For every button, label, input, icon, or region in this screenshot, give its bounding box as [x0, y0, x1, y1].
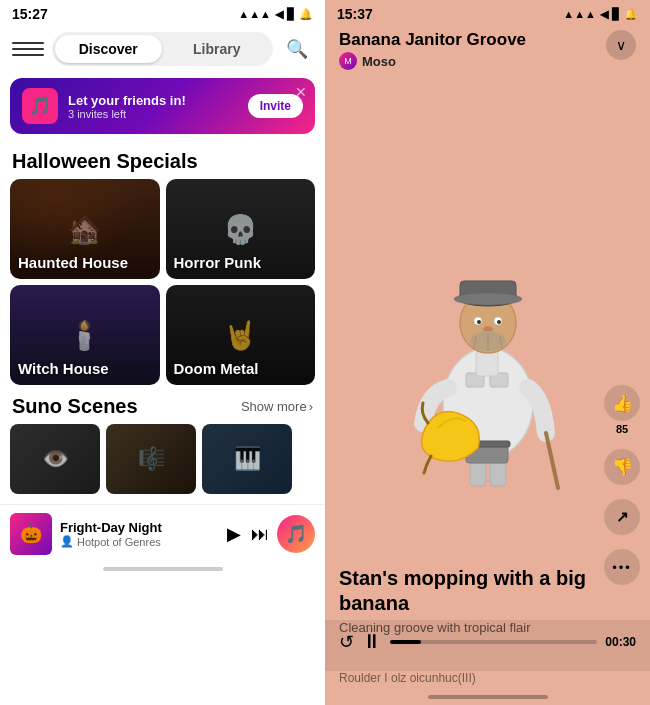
mini-player: 🎃 Fright-Day Night 👤 Hotpot of Genres ▶ … [0, 504, 325, 563]
scenes-title: Suno Scenes [12, 395, 138, 418]
genre-grid: 🏚️ Haunted House 💀 Horror Punk 🕯️ Witch … [0, 179, 325, 385]
svg-point-11 [497, 320, 501, 324]
invite-text: Let your friends in! 3 invites left [68, 93, 238, 120]
show-more-button[interactable]: Show more › [241, 399, 313, 414]
horror-label: Horror Punk [174, 254, 262, 271]
svg-point-10 [477, 320, 481, 324]
status-icons-left: ▲▲▲ ◀ ▊ 🔔 [238, 8, 313, 21]
invite-sub: 3 invites left [68, 108, 238, 120]
bell-icon: 🔔 [299, 8, 313, 21]
battery-icon-right: ▊ [612, 8, 620, 21]
wifi-icon-right: ◀ [600, 8, 608, 21]
scene-thumb-2[interactable]: 🎼 [106, 424, 196, 494]
doom-art: 🤘 [223, 319, 258, 352]
menu-button[interactable] [12, 33, 44, 65]
bottom-text: Roulder I olz oicunhuc(III) [325, 671, 650, 691]
action-buttons: 👍 85 👎 ↗ ••• [604, 385, 640, 585]
close-banner-button[interactable]: ✕ [295, 84, 307, 100]
status-bar-right: 15:37 ▲▲▲ ◀ ▊ 🔔 [325, 0, 650, 26]
witch-label: Witch House [18, 360, 109, 377]
signal-icon-right: ▲▲▲ [563, 8, 596, 20]
search-icon: 🔍 [286, 38, 308, 60]
more-icon: ••• [604, 549, 640, 585]
artist-row: M Moso [339, 52, 526, 70]
scene-art-3: 🎹 [234, 446, 261, 472]
mini-track-info: Fright-Day Night 👤 Hotpot of Genres [60, 520, 219, 548]
time-right: 15:37 [337, 6, 373, 22]
tab-library[interactable]: Library [164, 35, 271, 63]
genre-card-witch[interactable]: 🕯️ Witch House [10, 285, 160, 385]
person-icon: 👤 [60, 535, 74, 548]
share-icon: ↗ [604, 499, 640, 535]
svg-rect-3 [476, 351, 498, 376]
share-button[interactable]: ↗ [604, 499, 640, 535]
top-nav: Discover Library 🔍 [0, 26, 325, 72]
battery-icon: ▊ [287, 8, 295, 21]
scene-thumb-1[interactable]: 👁️ [10, 424, 100, 494]
scenes-header: Suno Scenes Show more › [0, 385, 325, 424]
music-fab-button[interactable]: 🎵 [277, 515, 315, 553]
home-indicator-right [428, 695, 548, 699]
collapse-button[interactable]: ∨ [606, 30, 636, 60]
genre-card-horror[interactable]: 💀 Horror Punk [166, 179, 316, 279]
scene-thumb-3[interactable]: 🎹 [202, 424, 292, 494]
lyrics-sub: Cleaning groove with tropical flair [339, 620, 600, 635]
halloween-title: Halloween Specials [0, 140, 325, 179]
tab-discover[interactable]: Discover [55, 35, 162, 63]
invite-icon: 🎵 [22, 88, 58, 124]
wifi-icon: ◀ [275, 8, 283, 21]
haunted-label: Haunted House [18, 254, 128, 271]
like-icon: 👍 [604, 385, 640, 421]
search-button[interactable]: 🔍 [281, 33, 313, 65]
home-indicator-left [103, 567, 223, 571]
witch-art: 🕯️ [67, 319, 102, 352]
horror-art: 💀 [223, 213, 258, 246]
status-bar-left: 15:27 ▲▲▲ ◀ ▊ 🔔 [0, 0, 325, 26]
skip-button[interactable]: ⏭ [251, 524, 269, 545]
scene-art-1: 👁️ [42, 446, 69, 472]
play-button[interactable]: ▶ [227, 523, 241, 545]
track-title: Banana Janitor Groove [339, 30, 526, 50]
genre-card-haunted[interactable]: 🏚️ Haunted House [10, 179, 160, 279]
dislike-button[interactable]: 👎 [604, 449, 640, 485]
svg-point-7 [454, 293, 522, 305]
like-button[interactable]: 👍 85 [604, 385, 640, 435]
bell-icon-right: 🔔 [624, 8, 638, 21]
invite-title: Let your friends in! [68, 93, 238, 108]
chevron-right-icon: › [309, 399, 313, 414]
track-info: Banana Janitor Groove M Moso [339, 30, 526, 70]
artist-avatar: M [339, 52, 357, 70]
now-playing-header: Banana Janitor Groove M Moso ∨ [325, 26, 650, 76]
genre-card-doom[interactable]: 🤘 Doom Metal [166, 285, 316, 385]
scene-art-2: 🎼 [138, 446, 165, 472]
lyrics-main: Stan's mopping with a big banana [339, 566, 600, 616]
chevron-down-icon: ∨ [616, 37, 626, 53]
right-panel: 15:37 ▲▲▲ ◀ ▊ 🔔 Banana Janitor Groove M … [325, 0, 650, 705]
like-count: 85 [616, 423, 628, 435]
tab-group: Discover Library [52, 32, 273, 66]
time-elapsed: 00:30 [605, 635, 636, 649]
mini-controls: ▶ ⏭ [227, 523, 269, 545]
time-left: 15:27 [12, 6, 48, 22]
doom-label: Doom Metal [174, 360, 259, 377]
scenes-row: 👁️ 🎼 🎹 [0, 424, 325, 494]
mini-subtitle: 👤 Hotpot of Genres [60, 535, 219, 548]
dislike-icon: 👎 [604, 449, 640, 485]
invite-banner: 🎵 Let your friends in! 3 invites left In… [10, 78, 315, 134]
signal-icon: ▲▲▲ [238, 8, 271, 20]
lyrics-overlay: Stan's mopping with a big banana Cleanin… [339, 566, 600, 635]
artist-name: Moso [362, 54, 396, 69]
album-illustration [388, 203, 588, 493]
mini-album-art: 🎃 [10, 513, 52, 555]
status-icons-right: ▲▲▲ ◀ ▊ 🔔 [563, 8, 638, 21]
progress-fill [390, 640, 421, 644]
haunted-art: 🏚️ [67, 213, 102, 246]
progress-track[interactable] [390, 640, 597, 644]
more-button[interactable]: ••• [604, 549, 640, 585]
left-panel: 15:27 ▲▲▲ ◀ ▊ 🔔 Discover Library 🔍 🎵 Let… [0, 0, 325, 705]
svg-line-17 [546, 433, 558, 488]
music-icon: 🎵 [29, 95, 51, 117]
album-art-area [325, 76, 650, 620]
mini-title: Fright-Day Night [60, 520, 219, 535]
